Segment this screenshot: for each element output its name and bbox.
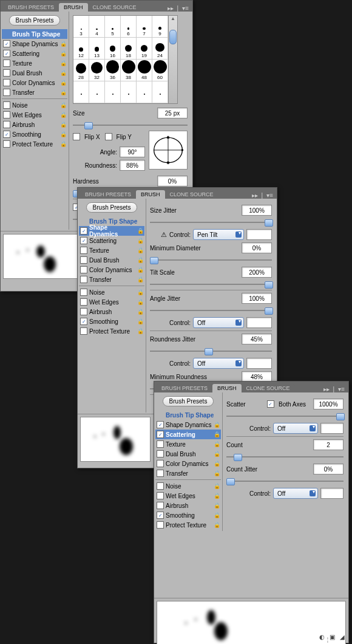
angle-control-value[interactable]: [246, 317, 272, 328]
lock-icon[interactable]: 🔒: [60, 141, 66, 147]
sidebar-item-color-dynamics[interactable]: Color Dynamics🔒: [155, 459, 221, 468]
option-checkbox[interactable]: [157, 460, 164, 467]
brush-presets-button[interactable]: Brush Presets: [9, 15, 61, 26]
brush-tip-36[interactable]: 36: [105, 60, 121, 81]
brush-tip-9[interactable]: 9: [152, 16, 168, 38]
lock-icon[interactable]: 🔒: [137, 276, 143, 283]
lock-icon[interactable]: 🔒: [60, 80, 66, 86]
sidebar-item-shape-dynamics[interactable]: ✓Shape Dynamics🔒: [2, 39, 67, 49]
sidebar-item-texture[interactable]: Texture🔒: [2, 58, 67, 68]
sidebar-item-brush-tip-shape[interactable]: Brush Tip Shape: [155, 410, 221, 420]
menu-icon[interactable]: ▾≡: [266, 192, 273, 199]
new-preset-icon[interactable]: ▣: [330, 634, 335, 640]
brush-tip-32[interactable]: 32: [89, 60, 105, 81]
lock-icon[interactable]: 🔒: [214, 493, 220, 499]
option-checkbox[interactable]: [3, 121, 10, 128]
brush-tip-18[interactable]: 18: [121, 38, 137, 60]
min-diameter-slider[interactable]: [150, 256, 272, 264]
lock-icon[interactable]: 🔒: [137, 247, 143, 253]
lock-icon[interactable]: 🔒: [60, 112, 66, 118]
sidebar-item-texture[interactable]: Texture🔒: [155, 439, 221, 449]
lock-icon[interactable]: 🔒: [137, 328, 143, 334]
count-input[interactable]: [313, 439, 344, 450]
option-checkbox[interactable]: ✓: [3, 40, 10, 47]
tab-brush[interactable]: BRUSH: [136, 190, 165, 199]
sidebar-item-smoothing[interactable]: ✓Smoothing🔒: [79, 317, 144, 326]
sidebar-item-shape-dynamics[interactable]: ✓Shape Dynamics🔒: [79, 226, 144, 236]
option-checkbox[interactable]: ✓: [157, 431, 164, 438]
brush-tip-empty[interactable]: [89, 81, 105, 103]
sidebar-item-noise[interactable]: Noise🔒: [155, 481, 221, 491]
option-checkbox[interactable]: [3, 89, 10, 96]
lock-icon[interactable]: 🔒: [214, 451, 220, 457]
option-checkbox[interactable]: ✓: [157, 421, 164, 428]
option-checkbox[interactable]: [157, 521, 164, 529]
size-slider[interactable]: [73, 121, 188, 129]
brush-tip-28[interactable]: 28: [73, 60, 89, 81]
lock-icon[interactable]: 🔒: [214, 441, 220, 447]
brush-tip-empty[interactable]: [121, 81, 137, 103]
brush-tip-5[interactable]: 5: [105, 16, 121, 38]
brush-tip-empty[interactable]: [152, 81, 168, 103]
resize-grip-icon[interactable]: ◢: [340, 634, 345, 640]
brush-tip-empty[interactable]: [137, 81, 152, 103]
collapse-icon[interactable]: ▸▸: [252, 192, 258, 199]
brush-presets-button[interactable]: Brush Presets: [86, 202, 138, 213]
scatter-slider[interactable]: [226, 412, 344, 420]
lock-icon[interactable]: 🔒: [60, 102, 66, 108]
sidebar-item-transfer[interactable]: Transfer🔒: [2, 87, 67, 97]
lock-icon[interactable]: 🔒: [137, 267, 143, 273]
flipx-checkbox[interactable]: [73, 133, 80, 140]
brush-tip-12[interactable]: 12: [73, 38, 89, 60]
size-jitter-input[interactable]: [242, 205, 272, 216]
brush-tip-48[interactable]: 48: [137, 60, 152, 81]
lock-icon[interactable]: 🔒: [60, 50, 66, 57]
roundness-control-value[interactable]: [246, 358, 272, 369]
angle-jitter-input[interactable]: [242, 293, 272, 304]
brush-tip-38[interactable]: 38: [121, 60, 137, 81]
lock-icon[interactable]: 🔒: [214, 483, 220, 489]
scatter-control-dropdown[interactable]: Off: [273, 423, 318, 434]
lock-icon[interactable]: 🔒: [214, 461, 220, 467]
sidebar-item-dual-brush[interactable]: Dual Brush🔒: [2, 68, 67, 78]
option-checkbox[interactable]: [80, 247, 87, 254]
option-checkbox[interactable]: [3, 101, 10, 109]
angle-preview[interactable]: [149, 131, 188, 170]
count-slider[interactable]: [226, 453, 344, 461]
lock-icon[interactable]: 🔒: [137, 299, 143, 305]
count-jitter-slider[interactable]: [226, 477, 344, 485]
tab-brush-presets[interactable]: BRUSH PRESETS: [80, 190, 136, 199]
roundness-control-dropdown[interactable]: Off: [193, 358, 244, 369]
option-checkbox[interactable]: [80, 327, 87, 335]
option-checkbox[interactable]: [3, 140, 10, 148]
option-checkbox[interactable]: [157, 502, 164, 509]
sidebar-item-scattering[interactable]: ✓Scattering🔒: [155, 430, 221, 439]
option-checkbox[interactable]: [80, 266, 87, 273]
collapse-icon[interactable]: ▸▸: [323, 386, 330, 392]
tab-brush[interactable]: BRUSH: [59, 3, 88, 12]
option-checkbox[interactable]: [3, 60, 10, 67]
sidebar-item-airbrush[interactable]: Airbrush🔒: [2, 120, 67, 129]
roundness-jitter-input[interactable]: [242, 334, 272, 344]
lock-icon[interactable]: 🔒: [137, 238, 143, 244]
lock-icon[interactable]: 🔒: [214, 422, 220, 428]
sidebar-item-wet-edges[interactable]: Wet Edges🔒: [155, 491, 221, 501]
brush-tip-empty[interactable]: [73, 81, 89, 103]
lock-icon[interactable]: 🔒: [214, 502, 220, 509]
brush-tip-6[interactable]: 6: [121, 16, 137, 38]
flipy-checkbox[interactable]: [105, 133, 112, 140]
sidebar-item-scattering[interactable]: ✓Scattering🔒: [79, 236, 144, 245]
sidebar-item-wet-edges[interactable]: Wet Edges🔒: [79, 297, 144, 307]
brush-tip-24[interactable]: 24: [152, 38, 168, 60]
count-jitter-input[interactable]: [313, 464, 344, 474]
sidebar-item-protect-texture[interactable]: Protect Texture🔒: [79, 326, 144, 336]
sidebar-item-noise[interactable]: Noise🔒: [79, 287, 144, 297]
lock-icon[interactable]: 🔒: [214, 522, 220, 528]
lock-icon[interactable]: 🔒: [137, 228, 143, 234]
option-checkbox[interactable]: [157, 440, 164, 448]
brush-tip-19[interactable]: 19: [137, 38, 152, 60]
lock-icon[interactable]: 🔒: [60, 41, 66, 47]
lock-icon[interactable]: 🔒: [137, 309, 143, 315]
scrollbar-thumb[interactable]: [169, 30, 177, 44]
tab-brush-presets[interactable]: BRUSH PRESETS: [3, 3, 59, 12]
